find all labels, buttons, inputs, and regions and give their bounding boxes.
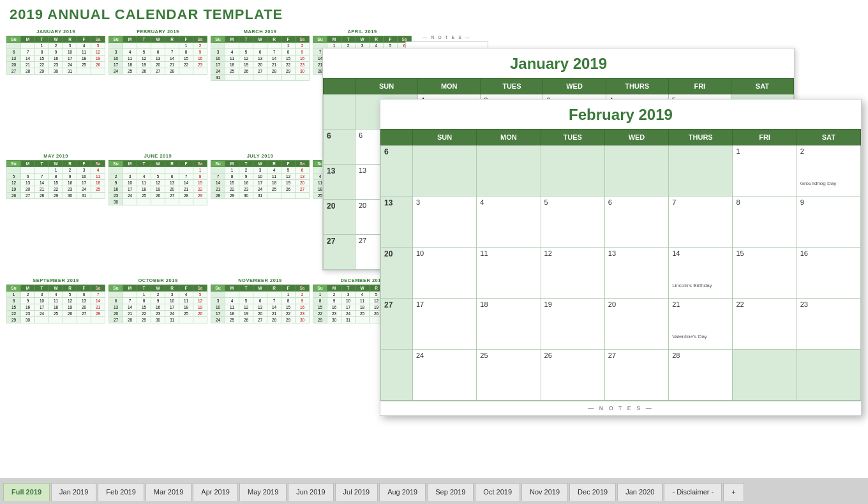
table-cell: 8	[35, 49, 49, 56]
table-cell: 27	[7, 68, 21, 75]
tab-jan-2020[interactable]: Jan 2020	[617, 483, 662, 501]
table-cell: 2	[193, 43, 207, 49]
table-cell: 23	[63, 186, 77, 193]
table-cell: 21	[179, 186, 193, 193]
table-cell: 29	[193, 193, 207, 199]
table-cell: 29	[281, 317, 296, 323]
table-cell: 13	[77, 298, 91, 304]
tab-nov-2019[interactable]: Nov 2019	[521, 483, 568, 501]
table-cell: 9	[193, 49, 207, 56]
small-cal-title-1: FEBRUARY 2019	[108, 29, 207, 34]
table-cell: 26	[7, 193, 21, 199]
table-cell: 12	[239, 56, 253, 62]
feb-notes-label: — N O T E S —	[380, 401, 861, 415]
table-cell: 5	[239, 49, 253, 56]
cell-date: 23	[800, 300, 857, 308]
table-cell: 30	[327, 317, 341, 323]
table-cell: 30	[296, 68, 310, 75]
table-cell	[253, 292, 267, 298]
tab-aug-2019[interactable]: Aug 2019	[379, 483, 426, 501]
table-cell: 15	[281, 56, 296, 62]
table-cell: 1	[35, 43, 49, 49]
table-cell: 17	[35, 304, 49, 311]
table-cell: 18	[267, 180, 281, 186]
table-cell: 12	[281, 174, 296, 180]
tab-apr-2019[interactable]: Apr 2019	[193, 483, 238, 501]
table-cell: 27	[253, 317, 267, 323]
small-cal-title-10: NOVEMBER 2019	[211, 278, 310, 283]
cell-date: 15	[736, 249, 793, 257]
table-cell: 4	[225, 298, 239, 304]
table-cell: 6	[7, 49, 21, 56]
table-cell: 9	[21, 298, 35, 304]
table-cell	[7, 43, 21, 49]
table-cell: 3	[211, 298, 225, 304]
table-cell: 19	[137, 62, 151, 68]
table-cell: 2	[151, 292, 165, 298]
table-cell: 11	[77, 49, 91, 56]
table-cell: 14	[211, 180, 225, 186]
table-cell: 27	[165, 193, 179, 199]
table-cell: 24	[109, 68, 123, 75]
table-cell: 24	[211, 68, 225, 75]
table-cell: 15	[49, 180, 63, 186]
table-cell: 7	[179, 174, 193, 180]
tab-feb-2019[interactable]: Feb 2019	[98, 483, 144, 501]
table-cell: 13	[253, 304, 267, 311]
table-cell: 29	[49, 193, 63, 199]
calendar-cell	[669, 145, 733, 196]
tab-jul-2019[interactable]: Jul 2019	[335, 483, 378, 501]
table-cell: 22	[313, 311, 327, 317]
table-cell: 9	[109, 180, 123, 186]
table-cell: 27	[296, 186, 310, 193]
table-cell: 16	[151, 304, 165, 311]
tab-mar-2019[interactable]: Mar 2019	[146, 483, 191, 501]
table-cell: 28	[35, 193, 49, 199]
feb-header-cell: SUN	[413, 130, 477, 145]
table-cell: 10	[341, 298, 355, 304]
table-cell: 30	[239, 193, 253, 199]
tab-sep-2019[interactable]: Sep 2019	[427, 483, 474, 501]
calendar-cell: 26	[541, 350, 604, 401]
small-cal-title-8: SEPTEMBER 2019	[6, 278, 105, 283]
table-cell: 30	[63, 193, 77, 199]
table-cell	[151, 43, 165, 49]
jan-header-cell: WED	[543, 78, 606, 94]
notes-label-small: — N O T E S —	[405, 35, 488, 40]
tab---disclaimer--[interactable]: - Disclaimer -	[664, 483, 722, 501]
table-cell: 8	[281, 298, 296, 304]
table-cell	[21, 43, 35, 49]
table-cell: 17	[77, 180, 91, 186]
cell-date: 19	[544, 300, 601, 308]
table-cell: 29	[313, 317, 327, 323]
table-cell: 13	[151, 56, 165, 62]
calendar-cell: 2Groundhog Day	[797, 145, 860, 196]
tab-jun-2019[interactable]: Jun 2019	[288, 483, 333, 501]
tab-jan-2019[interactable]: Jan 2019	[51, 483, 96, 501]
table-cell: 31	[63, 68, 77, 75]
tab-full-2019[interactable]: Full 2019	[3, 483, 50, 501]
table-row: 612Groundhog Day	[381, 145, 861, 196]
table-cell: 31	[165, 317, 179, 323]
cell-date: 26	[544, 352, 601, 359]
calendar-cell: 21Valentine's Day	[669, 299, 733, 350]
tab-oct-2019[interactable]: Oct 2019	[475, 483, 520, 501]
tab-dec-2019[interactable]: Dec 2019	[569, 483, 616, 501]
tab-+[interactable]: +	[723, 483, 744, 501]
table-cell	[165, 43, 179, 49]
jan-header-cell: TUES	[481, 78, 543, 94]
table-cell: 28	[21, 68, 35, 75]
tab-may-2019[interactable]: May 2019	[239, 483, 287, 501]
table-cell: 16	[327, 304, 341, 311]
cell-date: 14	[672, 249, 729, 257]
table-cell: 10	[35, 298, 49, 304]
table-cell: 31	[211, 75, 225, 81]
table-cell: 11	[355, 298, 370, 304]
feb-header-cell: TUES	[541, 130, 604, 145]
table-cell: 11	[179, 298, 193, 304]
table-cell	[137, 167, 151, 174]
table-cell: 13	[7, 56, 21, 62]
table-cell: 26	[63, 311, 77, 317]
table-cell: 10	[211, 56, 225, 62]
table-cell: 4	[91, 167, 105, 174]
